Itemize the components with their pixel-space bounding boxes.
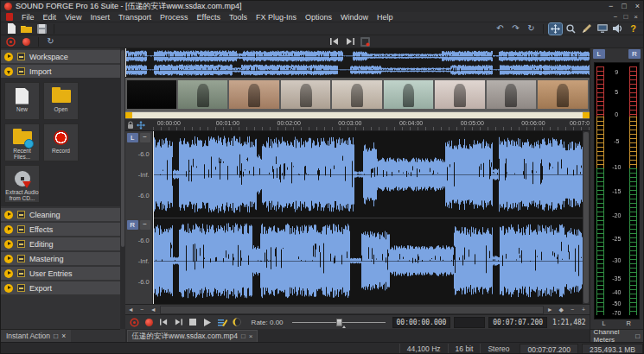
expand-arrow-icon[interactable]: [4, 53, 13, 61]
sidebar-section-user-entries[interactable]: User Entries: [1, 267, 120, 280]
pan-handle-icon[interactable]: [137, 121, 145, 130]
zoom-in-time-button[interactable]: ◄: [148, 305, 159, 315]
menu-tools[interactable]: Tools: [229, 13, 247, 22]
left-channel-minimize-button[interactable]: −: [140, 133, 150, 142]
mdi-close-button[interactable]: ×: [634, 13, 638, 21]
zoom-out-button[interactable]: −: [567, 305, 578, 315]
menu-edit[interactable]: Edit: [43, 13, 57, 22]
close-icon[interactable]: ×: [249, 332, 253, 340]
import-open-button[interactable]: Open: [43, 82, 79, 120]
magnify-tool-button[interactable]: [564, 23, 577, 35]
help-button[interactable]: ?: [627, 23, 640, 35]
float-window-icon[interactable]: □: [635, 332, 640, 340]
video-preview-button[interactable]: [596, 23, 609, 35]
go-to-start-button[interactable]: [328, 36, 341, 47]
remote-record-button[interactable]: [129, 317, 140, 328]
menu-help[interactable]: Help: [377, 13, 393, 22]
zoom-selection-button[interactable]: ◆: [556, 305, 567, 315]
save-button[interactable]: [35, 23, 48, 35]
go-to-start-button[interactable]: [158, 317, 169, 328]
right-channel-button[interactable]: R: [127, 220, 138, 230]
expand-arrow-icon[interactable]: [4, 269, 13, 278]
loop-region-end-handle[interactable]: [583, 112, 590, 118]
audio-output-button[interactable]: [611, 23, 624, 35]
right-channel-waveform[interactable]: [153, 218, 583, 304]
pencil-tool-button[interactable]: [580, 23, 593, 35]
video-thumbnail-strip[interactable]: [125, 78, 590, 111]
expand-arrow-icon[interactable]: [4, 225, 13, 234]
expand-arrow-icon[interactable]: [4, 284, 13, 293]
sidebar-section-export[interactable]: Export: [1, 281, 120, 294]
play-device-button[interactable]: [232, 317, 243, 328]
overview-waveform-canvas[interactable]: [125, 48, 590, 78]
record-button[interactable]: [143, 317, 155, 328]
event-tool-button[interactable]: [217, 317, 228, 328]
go-to-end-button[interactable]: [343, 36, 356, 47]
zoom-out-time-button[interactable]: −: [137, 305, 148, 315]
collapse-arrow-icon[interactable]: [4, 67, 13, 76]
zoom-in-button[interactable]: +: [578, 305, 590, 315]
expand-arrow-icon[interactable]: [4, 255, 13, 263]
repeat-button[interactable]: ↻: [525, 23, 538, 35]
minimize-button[interactable]: −: [609, 1, 613, 12]
scroll-right-button[interactable]: ►: [545, 305, 556, 315]
record-button[interactable]: [20, 36, 33, 47]
scroll-left-button[interactable]: ◄: [125, 305, 137, 315]
mdi-minimize-button[interactable]: −: [614, 13, 618, 21]
document-tab[interactable]: 伍递的安详www.ssdax.com.mp4 □ ×: [127, 330, 258, 342]
import-extract-cd-button[interactable]: Extract Audio from CD...: [4, 165, 40, 203]
loop-playback-button[interactable]: ↻: [44, 36, 57, 47]
sidebar-section-cleaning[interactable]: Cleaning: [1, 208, 120, 221]
waveform-display[interactable]: [153, 131, 583, 304]
menu-process[interactable]: Process: [160, 13, 188, 22]
edit-tool-button[interactable]: [549, 23, 562, 35]
play-button[interactable]: [202, 317, 214, 328]
import-record-button[interactable]: Record: [43, 123, 79, 161]
menu-file[interactable]: File: [22, 13, 35, 22]
cursor-position-display[interactable]: 00:00:00.000: [392, 317, 451, 328]
expand-arrow-icon[interactable]: [4, 211, 13, 219]
marker-tool-button[interactable]: [359, 36, 372, 47]
left-channel-waveform[interactable]: [153, 131, 583, 218]
open-file-button[interactable]: [20, 23, 33, 35]
go-to-end-button[interactable]: [173, 317, 184, 328]
meter-right-button[interactable]: R: [628, 49, 641, 59]
import-recent-files-button[interactable]: Recent Files...: [4, 123, 40, 161]
expand-arrow-icon[interactable]: [4, 240, 13, 249]
remote-record-button[interactable]: [4, 36, 17, 47]
time-ruler[interactable]: 00:00:00 00:01:00 00:02:00 00:03:00 00:0…: [153, 119, 590, 130]
sidebar-section-import[interactable]: Import: [1, 65, 120, 78]
meter-left-button[interactable]: L: [593, 49, 605, 59]
close-button[interactable]: ×: [635, 1, 640, 12]
menu-view[interactable]: View: [65, 13, 81, 22]
import-new-button[interactable]: New: [4, 82, 40, 120]
right-channel-minimize-button[interactable]: −: [140, 220, 150, 230]
sidebar-section-workspace[interactable]: Workspace: [1, 50, 120, 63]
rate-slider[interactable]: [292, 318, 386, 327]
undo-button[interactable]: ↶: [494, 23, 507, 35]
sidebar-section-mastering[interactable]: Mastering: [1, 252, 120, 265]
close-icon[interactable]: ×: [61, 332, 66, 340]
left-channel-button[interactable]: L: [127, 133, 138, 142]
instant-action-tab[interactable]: Instant Action □ ×: [1, 330, 71, 342]
stop-button[interactable]: [188, 317, 199, 328]
menu-options[interactable]: Options: [305, 13, 332, 22]
restore-window-icon[interactable]: □: [241, 332, 245, 340]
loop-region-bar[interactable]: [125, 111, 590, 119]
menu-window[interactable]: Window: [341, 13, 368, 22]
channel-meters-tab[interactable]: Channel Meters □: [590, 329, 643, 342]
mdi-restore-button[interactable]: □: [623, 13, 628, 21]
menu-effects[interactable]: Effects: [197, 13, 220, 22]
new-file-button[interactable]: [4, 23, 17, 35]
sidebar-section-effects[interactable]: Effects: [1, 223, 120, 236]
maximize-button[interactable]: □: [622, 1, 626, 12]
menu-fx-plugins[interactable]: FX Plug-Ins: [256, 13, 296, 22]
vertical-scrollbar[interactable]: [583, 131, 590, 304]
horizontal-scrollbar[interactable]: [160, 306, 544, 314]
redo-button[interactable]: ↷: [509, 23, 522, 35]
overview-waveform[interactable]: [125, 48, 590, 78]
menu-insert[interactable]: Insert: [90, 13, 110, 22]
menu-transport[interactable]: Transport: [118, 13, 151, 22]
float-window-icon[interactable]: □: [54, 332, 58, 340]
sidebar-section-editing[interactable]: Editing: [1, 237, 120, 250]
